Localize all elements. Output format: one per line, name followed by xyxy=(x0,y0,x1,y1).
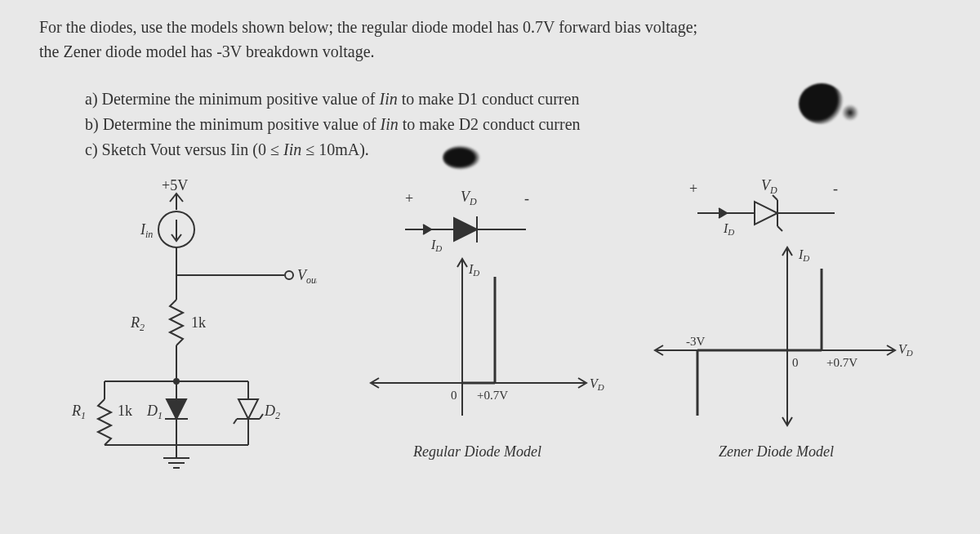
zener-id-axis: ID xyxy=(798,247,809,263)
regular-minus: - xyxy=(524,190,529,207)
zener-plus: + xyxy=(689,180,697,197)
label-vout: Vout xyxy=(297,267,317,286)
svg-marker-12 xyxy=(167,399,186,419)
intro-line1: For the diodes, use the models shown bel… xyxy=(39,18,697,36)
svg-line-39 xyxy=(777,226,782,231)
fingerprint-smudge-2 xyxy=(443,145,480,170)
zener-id-sym: ID xyxy=(723,221,734,237)
zener-07v: +0.7V xyxy=(826,356,858,369)
iin-var-b: Iin xyxy=(381,115,399,133)
regular-diode-model: + VD - ID VD ID xyxy=(340,171,617,481)
intro-text: For the diodes, use the models shown bel… xyxy=(39,15,941,64)
zener-diode-model: + VD - ID VD xyxy=(640,171,918,481)
svg-point-5 xyxy=(285,271,293,279)
label-r2v: 1k xyxy=(191,314,206,331)
label-d2: D2 xyxy=(264,403,280,421)
svg-marker-36 xyxy=(755,202,777,225)
fingerprint-smudge xyxy=(799,83,844,124)
fingerprint-smudge-small xyxy=(841,105,859,121)
iin-var-c: Iin xyxy=(283,140,301,158)
iin-var-a: Iin xyxy=(379,90,397,108)
svg-line-20 xyxy=(260,414,263,419)
zener-vd: VD xyxy=(761,177,777,196)
label-iin: Iin xyxy=(140,221,153,240)
regular-vd-axis: VD xyxy=(590,376,604,392)
zener-neg3: -3V xyxy=(686,335,705,348)
question-c: c) Sketch Vout versus Iin (0 ≤ Iin ≤ 10m… xyxy=(85,137,941,162)
regular-id-axis: ID xyxy=(468,262,479,278)
regular-caption: Regular Diode Model xyxy=(412,443,541,460)
regular-07v: +0.7V xyxy=(477,389,508,402)
svg-marker-28 xyxy=(454,218,477,241)
label-r2: R2 xyxy=(130,314,145,333)
label-d1: D1 xyxy=(146,403,163,421)
regular-vd: VD xyxy=(461,189,477,207)
zener-minus: - xyxy=(833,180,838,197)
regular-plus: + xyxy=(405,190,413,207)
circuit-schematic: +5V Iin Vout xyxy=(39,171,317,481)
label-r1v: 1k xyxy=(118,403,132,419)
svg-line-19 xyxy=(234,419,237,424)
intro-line2: the Zener diode model has -3V breakdown … xyxy=(39,42,375,60)
label-5v: +5V xyxy=(162,177,188,194)
zener-caption: Zener Diode Model xyxy=(719,443,834,460)
zener-zero: 0 xyxy=(792,356,799,369)
svg-marker-17 xyxy=(238,399,258,419)
label-r1: R1 xyxy=(71,403,86,421)
regular-id-sym: ID xyxy=(430,238,442,253)
regular-zero: 0 xyxy=(451,389,457,402)
zener-vd-axis: VD xyxy=(898,342,913,358)
